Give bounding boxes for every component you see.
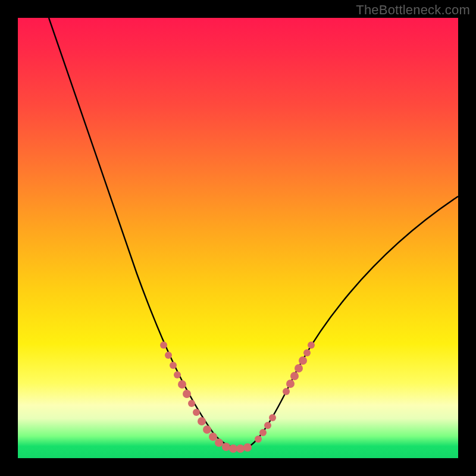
svg-point-1 xyxy=(165,352,172,359)
svg-point-0 xyxy=(160,342,167,349)
svg-point-25 xyxy=(303,349,311,356)
marker-cluster-left xyxy=(160,342,252,453)
svg-point-4 xyxy=(178,380,186,389)
svg-point-14 xyxy=(236,444,245,453)
bottleneck-curve xyxy=(49,18,458,448)
svg-point-20 xyxy=(283,388,290,395)
svg-point-6 xyxy=(188,400,195,407)
svg-point-22 xyxy=(290,372,299,380)
svg-point-21 xyxy=(286,380,295,388)
svg-point-19 xyxy=(269,414,276,421)
svg-point-15 xyxy=(243,443,252,452)
svg-point-9 xyxy=(203,425,211,434)
plot-area xyxy=(18,18,458,458)
svg-point-16 xyxy=(255,436,262,443)
curve-layer xyxy=(18,18,458,458)
svg-point-18 xyxy=(264,422,271,429)
svg-point-11 xyxy=(215,439,223,447)
svg-point-24 xyxy=(299,356,307,365)
svg-point-12 xyxy=(222,443,230,451)
svg-point-7 xyxy=(193,409,200,416)
watermark-text: TheBottleneck.com xyxy=(356,2,470,18)
svg-point-2 xyxy=(170,362,177,369)
svg-point-5 xyxy=(183,390,191,398)
svg-point-13 xyxy=(229,444,237,453)
chart-frame: TheBottleneck.com xyxy=(0,0,476,476)
svg-point-8 xyxy=(198,417,206,425)
svg-point-10 xyxy=(209,433,217,441)
svg-point-26 xyxy=(308,342,315,349)
svg-point-17 xyxy=(259,429,267,436)
marker-cluster-right xyxy=(255,342,315,443)
svg-point-3 xyxy=(174,371,181,378)
svg-point-23 xyxy=(295,364,303,372)
